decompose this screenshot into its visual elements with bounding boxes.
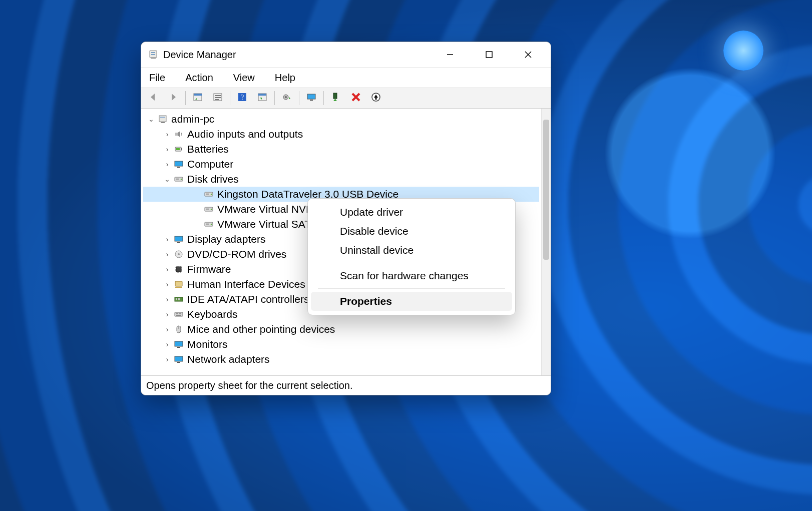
svg-rect-47 — [206, 194, 209, 195]
svg-point-52 — [211, 224, 212, 225]
svg-rect-53 — [206, 224, 209, 225]
scrollbar-thumb[interactable] — [543, 120, 549, 260]
toolbar-separator — [185, 91, 186, 105]
chip-icon — [173, 264, 184, 275]
svg-rect-75 — [177, 362, 180, 363]
menu-view[interactable]: View — [230, 71, 258, 85]
context-menu-separator — [318, 263, 505, 263]
toolbar-forward[interactable] — [164, 89, 182, 107]
svg-rect-35 — [175, 133, 178, 136]
scan-icon — [257, 92, 267, 104]
chevron-right-icon[interactable]: › — [162, 295, 172, 303]
svg-rect-69 — [176, 315, 181, 316]
toolbar-monitor-settings[interactable] — [302, 89, 320, 107]
tree-node-cat-11[interactable]: › Monitors — [143, 337, 539, 352]
svg-rect-44 — [176, 179, 179, 180]
svg-rect-65 — [176, 313, 177, 314]
tree-node-label: Monitors — [187, 338, 228, 350]
disk-icon — [203, 189, 214, 200]
chevron-down-icon[interactable]: ⌄ — [162, 175, 172, 183]
context-menu-properties[interactable]: Properties — [311, 292, 512, 311]
svg-rect-59 — [175, 281, 182, 286]
context-menu-disable-device[interactable]: Disable device — [311, 222, 512, 241]
toolbar-uninstall[interactable] — [367, 89, 385, 107]
context-menu-update-driver[interactable]: Update driver — [311, 203, 512, 222]
disk-icon — [173, 174, 184, 185]
svg-point-57 — [178, 253, 180, 255]
tree-node-cat-0[interactable]: › Audio inputs and outputs — [143, 127, 539, 142]
context-menu-scan-for-hardware-changes[interactable]: Scan for hardware changes — [311, 266, 512, 285]
svg-rect-68 — [180, 313, 181, 314]
chevron-right-icon[interactable]: › — [162, 130, 172, 138]
chevron-right-icon[interactable]: › — [162, 310, 172, 318]
tree-node-label: DVD/CD-ROM drives — [187, 248, 286, 260]
context-menu: Update driverDisable deviceUninstall dev… — [307, 198, 516, 315]
display-icon — [173, 339, 184, 350]
tree-node-root[interactable]: ⌄ admin-pc — [143, 112, 539, 127]
uninstall-icon — [371, 92, 381, 104]
monitor-icon — [306, 92, 316, 104]
svg-rect-23 — [307, 94, 315, 99]
toolbar-separator — [299, 91, 299, 105]
chevron-right-icon[interactable]: › — [162, 340, 172, 348]
arrow-right-icon — [168, 92, 178, 104]
display-icon — [173, 354, 184, 365]
svg-rect-39 — [176, 148, 180, 150]
tree-node-cat-3[interactable]: ⌄ Disk drives — [143, 172, 539, 187]
menu-action[interactable]: Action — [182, 71, 216, 85]
close-button[interactable] — [521, 47, 536, 62]
tree-node-cat-10[interactable]: › Mice and other pointing devices — [143, 322, 539, 337]
ide-icon — [173, 294, 184, 305]
svg-rect-50 — [206, 209, 209, 210]
app-icon — [148, 50, 158, 60]
toolbar-properties[interactable] — [209, 89, 227, 107]
toolbar: ? — [141, 88, 551, 109]
toolbar-separator — [230, 91, 230, 105]
toolbar-scan-hardware[interactable] — [253, 89, 271, 107]
window-title: Device Manager — [163, 49, 236, 61]
toolbar-disable[interactable] — [347, 89, 365, 107]
svg-rect-3 — [151, 58, 156, 59]
enable-icon — [331, 92, 341, 104]
toolbar-help[interactable]: ? — [233, 89, 251, 107]
disable-icon — [351, 92, 361, 104]
tree-node-cat-1[interactable]: › Batteries — [143, 142, 539, 157]
svg-marker-36 — [178, 131, 180, 137]
optical-icon — [173, 249, 184, 260]
chevron-right-icon[interactable]: › — [162, 280, 172, 288]
context-menu-separator — [318, 288, 505, 289]
tree-node-label: Display adapters — [187, 233, 265, 245]
chevron-right-icon[interactable]: › — [162, 235, 172, 243]
scrollbar[interactable] — [541, 109, 551, 375]
svg-point-49 — [211, 209, 212, 210]
chevron-right-icon[interactable]: › — [162, 160, 172, 168]
tree-node-cat-12[interactable]: › Network adapters — [143, 352, 539, 367]
minimize-button[interactable] — [443, 47, 458, 62]
svg-rect-55 — [177, 242, 180, 243]
chevron-down-icon[interactable]: ⌄ — [146, 115, 156, 123]
disk-icon — [203, 204, 214, 215]
toolbar-back[interactable] — [144, 89, 162, 107]
chevron-right-icon[interactable]: › — [162, 265, 172, 273]
toolbar-separator — [323, 91, 324, 105]
svg-rect-2 — [151, 54, 155, 55]
chevron-right-icon[interactable]: › — [162, 355, 172, 363]
svg-rect-63 — [178, 298, 180, 300]
toolbar-show-hidden[interactable] — [189, 89, 207, 107]
context-menu-uninstall-device[interactable]: Uninstall device — [311, 241, 512, 260]
svg-rect-18 — [258, 94, 266, 96]
toolbar-update-driver[interactable] — [278, 89, 296, 107]
tree-node-label: Mice and other pointing devices — [187, 323, 335, 335]
titlebar[interactable]: Device Manager — [141, 42, 551, 67]
menu-file[interactable]: File — [146, 71, 168, 85]
chevron-right-icon[interactable]: › — [162, 145, 172, 153]
svg-rect-67 — [179, 313, 180, 314]
svg-rect-41 — [177, 167, 180, 168]
tree-node-cat-2[interactable]: › Computer — [143, 157, 539, 172]
menu-help[interactable]: Help — [272, 71, 298, 85]
maximize-button[interactable] — [482, 47, 497, 62]
toolbar-enable[interactable] — [327, 89, 345, 107]
chevron-right-icon[interactable]: › — [162, 325, 172, 333]
svg-rect-24 — [310, 100, 313, 101]
chevron-right-icon[interactable]: › — [162, 250, 172, 258]
